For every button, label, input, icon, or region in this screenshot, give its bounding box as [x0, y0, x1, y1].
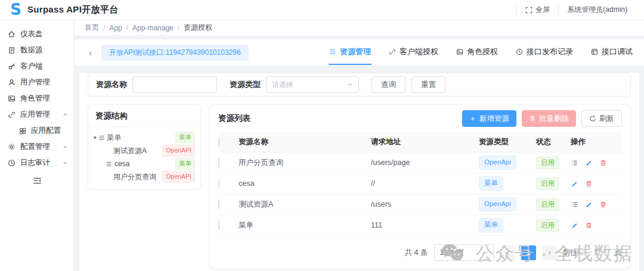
resource-name-input[interactable]	[132, 76, 217, 93]
cell-request-url: /users/page	[371, 158, 479, 167]
breadcrumb: 首页 / App / App-manage / 资源授权	[75, 20, 644, 36]
caret-down-icon[interactable]: ▾	[94, 135, 97, 141]
tree-node[interactable]: ▾ 菜单 菜单	[88, 131, 200, 144]
doc-icon[interactable]	[571, 201, 578, 208]
search-button[interactable]: 查询	[371, 76, 405, 93]
select-all-checkbox[interactable]	[218, 138, 219, 147]
type-badge: OpenAPI	[162, 171, 195, 183]
page-size-select[interactable]: 10条/页	[434, 244, 494, 261]
sidebar-item-label: 角色管理	[20, 94, 50, 104]
sidebar-item-label: 客户端	[20, 61, 43, 71]
delete-icon[interactable]	[585, 180, 593, 188]
pagination: 共 4 条 10条/页 1	[210, 236, 630, 269]
row-checkbox[interactable]	[218, 179, 219, 188]
delete-icon[interactable]	[585, 222, 593, 229]
sidebar-item-label: 配置管理	[20, 142, 50, 152]
goto-label: 前往	[563, 248, 578, 258]
row-checkbox[interactable]	[218, 220, 219, 230]
row-checkbox[interactable]	[218, 200, 219, 209]
table-row: 测试资源A /users OpenApi 启用	[218, 194, 622, 215]
table-row: cesa // 菜单 启用	[218, 173, 622, 194]
reset-button[interactable]: 重置	[411, 76, 445, 93]
refresh-icon	[589, 115, 596, 122]
clock-icon	[516, 48, 523, 55]
goto-page-input[interactable]	[584, 245, 609, 260]
cell-resource-name: 测试资源A	[239, 200, 371, 210]
tree-node-label: 菜单	[107, 133, 122, 143]
tab-label: 资源管理	[340, 46, 371, 57]
fullscreen-icon	[525, 7, 532, 14]
sidebar-collapse-icon[interactable]	[33, 177, 42, 185]
gear-icon	[8, 143, 16, 151]
sidebar-item-app-config[interactable]: 应用配置	[0, 123, 74, 139]
cell-resource-name: cesa	[239, 179, 371, 188]
menu-icon	[98, 135, 105, 141]
user-label: 系统管理员(admin)	[567, 5, 627, 15]
key-icon	[8, 63, 16, 70]
column-header: 资源类型	[479, 137, 536, 147]
tab-label: 接口调试	[602, 46, 633, 57]
column-header: 操作	[571, 137, 622, 147]
breadcrumb-app-manage[interactable]: App-manage	[132, 24, 174, 32]
back-button[interactable]: ‹	[89, 48, 92, 57]
image-icon	[456, 48, 463, 55]
tree-node[interactable]: 用户分页查询 OpenAPI	[88, 170, 200, 183]
breadcrumb-separator: /	[178, 24, 179, 32]
type-badge: 菜单	[479, 218, 503, 232]
sidebar-item-label: 应用配置	[31, 126, 61, 136]
tab-card: ‹ 开放API测试接口:1194279439010103296 资源管理 客户端…	[75, 39, 644, 66]
sidebar-item-client[interactable]: 客户端	[0, 58, 74, 74]
breadcrumb-home[interactable]: 首页	[85, 23, 99, 33]
sidebar-item-app-manage[interactable]: 应用管理	[0, 107, 74, 123]
type-badge: OpenAPI	[162, 145, 195, 157]
edit-icon[interactable]	[571, 222, 578, 229]
fullscreen-button[interactable]: 全屏	[516, 5, 558, 15]
sidebar-item-label: 日志审计	[20, 158, 50, 168]
main-content: 首页 / App / App-manage / 资源授权 ‹ 开放API测试接口…	[75, 20, 644, 271]
chevron-down-icon	[63, 160, 68, 166]
sidebar-item-roles[interactable]: 角色管理	[0, 91, 74, 107]
user-menu[interactable]: 系统管理员(admin)	[558, 5, 636, 15]
total-count: 共 4 条	[405, 248, 428, 258]
edit-icon[interactable]	[585, 201, 593, 208]
tree-node-label: 用户分页查询	[113, 172, 156, 182]
breadcrumb-separator: /	[126, 24, 128, 32]
tab-role-auth[interactable]: 角色授权	[456, 40, 499, 65]
next-page-button[interactable]	[542, 245, 557, 260]
delete-icon[interactable]	[599, 159, 607, 167]
add-resource-button[interactable]: ＋新增资源	[462, 110, 517, 127]
delete-icon[interactable]	[599, 201, 607, 208]
tree-node[interactable]: 测试资源A OpenAPI	[88, 144, 200, 157]
sidebar-item-dashboard[interactable]: 仪表盘	[0, 26, 74, 42]
batch-delete-button[interactable]: 批量删除	[522, 110, 576, 127]
page-number-button[interactable]: 1	[521, 245, 536, 260]
breadcrumb-app[interactable]: App	[109, 24, 122, 32]
sidebar-item-audit[interactable]: 日志审计	[0, 155, 74, 171]
column-header: 请求地址	[371, 137, 479, 147]
edit-icon[interactable]	[585, 159, 593, 167]
resource-type-select[interactable]: 请选择	[266, 76, 359, 93]
refresh-button[interactable]: 刷新	[581, 110, 622, 127]
cell-request-url: 111	[371, 221, 479, 229]
tree-node[interactable]: cesa 菜单	[88, 157, 200, 170]
row-checkbox[interactable]	[218, 158, 219, 167]
tab-publish-record[interactable]: 接口发布记录	[515, 40, 574, 65]
column-header: 状态	[536, 137, 571, 147]
topbar-right: 全屏 系统管理员(admin)	[516, 0, 636, 20]
sidebar-item-config[interactable]: 配置管理	[0, 139, 74, 155]
sidebar-item-datasource[interactable]: 数据源	[0, 42, 74, 58]
datasource-icon	[8, 46, 16, 54]
status-badge: 启用	[536, 219, 559, 232]
tab-api-debug[interactable]: 接口调试	[590, 40, 633, 65]
tab-client-auth[interactable]: 客户端授权	[388, 40, 439, 65]
link-icon	[389, 48, 396, 55]
top-bar: S Surpass API开放平台 全屏 系统管理员(admin)	[0, 0, 644, 20]
api-pill[interactable]: 开放API测试接口:1194279439010103296	[101, 45, 249, 61]
main-card: 资源名称 资源类型 请选择 查询 重置 资源结构	[79, 73, 639, 271]
doc-icon[interactable]	[571, 159, 578, 167]
sidebar-item-users[interactable]: 用户管理	[0, 74, 74, 91]
prev-page-button[interactable]	[500, 245, 515, 260]
tab-resource-manage[interactable]: 资源管理	[329, 40, 371, 65]
edit-icon[interactable]	[571, 180, 578, 188]
tab-label: 客户端授权	[400, 46, 438, 57]
